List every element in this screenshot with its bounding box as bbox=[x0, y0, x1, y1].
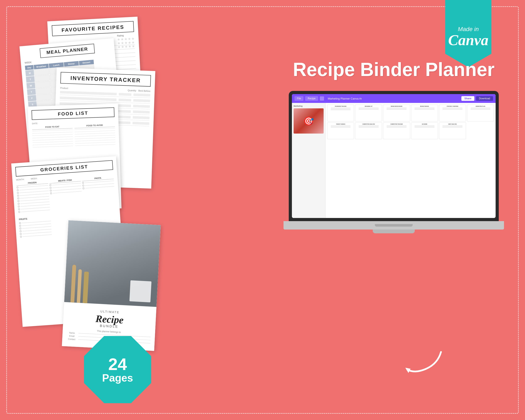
page-lines-3 bbox=[387, 108, 407, 110]
food-list-title-box: FOOD LIST bbox=[31, 107, 114, 120]
page-title-1: PASSWORD TRACKER bbox=[335, 106, 347, 107]
star bbox=[132, 41, 135, 44]
pages-label: Pages bbox=[102, 373, 133, 383]
recipe-cover-photo bbox=[64, 220, 161, 307]
share-button[interactable]: Share bbox=[461, 96, 474, 101]
curved-arrow-icon bbox=[403, 346, 445, 377]
inv-date-cell bbox=[133, 111, 150, 114]
page-lines-8 bbox=[359, 126, 379, 128]
page-lines-7 bbox=[331, 126, 351, 128]
page-card-10[interactable]: 4/24 MORE bbox=[411, 122, 438, 139]
inventory-title-box: INVENTORY TRACKER bbox=[60, 72, 151, 87]
food-col-line bbox=[33, 139, 73, 140]
page-card-1[interactable]: PASSWORD TRACKER bbox=[327, 105, 354, 121]
page-lines-5 bbox=[442, 108, 462, 110]
food-col-line bbox=[33, 146, 73, 147]
meal-planner-title-box: MEAL PLANNER bbox=[40, 44, 95, 58]
marketing-label: Marketing bbox=[294, 105, 324, 107]
food-col-line bbox=[75, 144, 115, 146]
food-col-line bbox=[75, 140, 115, 141]
main-title: Recipe Binder Planner bbox=[283, 59, 504, 80]
star bbox=[121, 45, 124, 48]
page-title-4: BRAND FINANCE bbox=[420, 106, 429, 107]
topbar-tab-recipe[interactable]: Recipe bbox=[305, 96, 318, 101]
page-title-5: STRATEGY OVERVIEW bbox=[447, 106, 458, 107]
meats-fish-column: MEATS / FISH bbox=[49, 178, 83, 212]
food-col-line bbox=[75, 142, 115, 144]
inv-product-cell bbox=[60, 91, 117, 95]
screen-left-panel: Marketing bbox=[292, 103, 326, 218]
topbar-tab-file[interactable]: File bbox=[294, 96, 303, 101]
page-card-9[interactable]: COMPETITOR TRACKER bbox=[383, 122, 410, 139]
page-lines-10 bbox=[414, 126, 434, 128]
favourite-recipes-title: FAVOURITE RECIPES bbox=[61, 24, 124, 33]
cover-bundle: BUNDLE bbox=[100, 324, 119, 329]
groceries-title: GROCERIES LIST bbox=[40, 164, 88, 173]
inv-qty-cell bbox=[119, 93, 131, 96]
page-title-9: COMPETITOR TRACKER bbox=[390, 123, 403, 125]
pages-badge: 24 Pages bbox=[84, 336, 151, 403]
page-lines-1 bbox=[331, 108, 351, 110]
page-card-2[interactable]: BRANDING KIT bbox=[355, 105, 382, 121]
page-card-11[interactable]: SWAT ANALYSIS bbox=[439, 122, 466, 139]
star bbox=[117, 42, 121, 45]
page-card-3[interactable]: BRAND MOOD BOARD bbox=[383, 105, 410, 121]
page-title-8: COMPETITOR ANALYSIS bbox=[363, 123, 375, 125]
laptop-stand bbox=[373, 230, 415, 233]
star bbox=[117, 38, 120, 41]
food-list-title: FOOD LIST bbox=[58, 111, 88, 117]
star bbox=[125, 45, 128, 48]
canva-badge: Made in Canva bbox=[445, 0, 491, 67]
inv-best-before-header: Best Before bbox=[138, 89, 150, 93]
meal-cell bbox=[35, 81, 50, 88]
food-col-line bbox=[33, 137, 73, 138]
star bbox=[131, 37, 135, 40]
page-card-7[interactable]: TARGET SCIENCE bbox=[327, 122, 354, 139]
svg-marker-0 bbox=[405, 368, 411, 373]
food-col-line bbox=[32, 130, 73, 131]
page-card-5[interactable]: STRATEGY OVERVIEW bbox=[439, 105, 466, 121]
rating-section: Rating bbox=[117, 34, 135, 49]
star bbox=[124, 41, 128, 45]
food-eat-header: FOOD TO EAT bbox=[32, 125, 73, 130]
food-avoid-header: FOOD TO AVOID bbox=[75, 123, 115, 128]
inv-product-cell bbox=[60, 97, 117, 101]
page-title-10: 4/24 MORE bbox=[422, 123, 427, 125]
cover-recipe: Recipe bbox=[95, 314, 124, 325]
food-col-line bbox=[75, 133, 115, 134]
download-button[interactable]: Download bbox=[476, 96, 493, 101]
laptop-body: File Recipe Marketing Planner Canva Ar S… bbox=[289, 91, 499, 221]
inv-date-cell bbox=[133, 99, 150, 102]
page-card-6[interactable]: MARKETING PLAN bbox=[467, 105, 494, 121]
page-title-6: MARKETING PLAN bbox=[476, 106, 485, 107]
cover-belongs: This planner belongs to bbox=[97, 329, 121, 333]
utensil-spoon-icon bbox=[71, 265, 76, 303]
page-lines-2 bbox=[359, 108, 379, 110]
page-lines-4 bbox=[414, 108, 434, 110]
page-lines-11 bbox=[442, 126, 462, 128]
inv-qty-cell bbox=[118, 115, 131, 118]
page-card-8[interactable]: COMPETITOR ANALYSIS bbox=[355, 122, 382, 139]
napkin-icon bbox=[129, 280, 151, 302]
page-lines-6 bbox=[471, 108, 491, 110]
utensil-fork-icon bbox=[77, 269, 82, 303]
food-col-line bbox=[75, 131, 115, 132]
topbar-undo-icon bbox=[320, 96, 324, 101]
page-card-4[interactable]: BRAND FINANCE bbox=[411, 105, 438, 121]
meal-day-m: M bbox=[25, 70, 34, 76]
page-title-3: BRAND MOOD BOARD bbox=[391, 106, 402, 107]
meal-planner-title: MEAL PLANNER bbox=[46, 46, 88, 55]
meal-cell bbox=[35, 75, 50, 82]
food-col-line bbox=[75, 128, 115, 130]
page-lines-9 bbox=[387, 126, 407, 128]
star bbox=[124, 37, 127, 41]
topbar-title: Marketing Planner Canva Ar bbox=[328, 97, 460, 100]
inv-qty-header: Quantity bbox=[128, 89, 136, 92]
meal-day-f: F bbox=[28, 95, 36, 102]
inv-date-cell bbox=[133, 105, 150, 108]
star-row-1 bbox=[117, 37, 135, 41]
inv-qty-cell bbox=[118, 110, 131, 113]
inv-qty-cell bbox=[118, 121, 131, 124]
laptop-screen: File Recipe Marketing Planner Canva Ar S… bbox=[292, 94, 496, 218]
star-row-3 bbox=[118, 45, 135, 48]
